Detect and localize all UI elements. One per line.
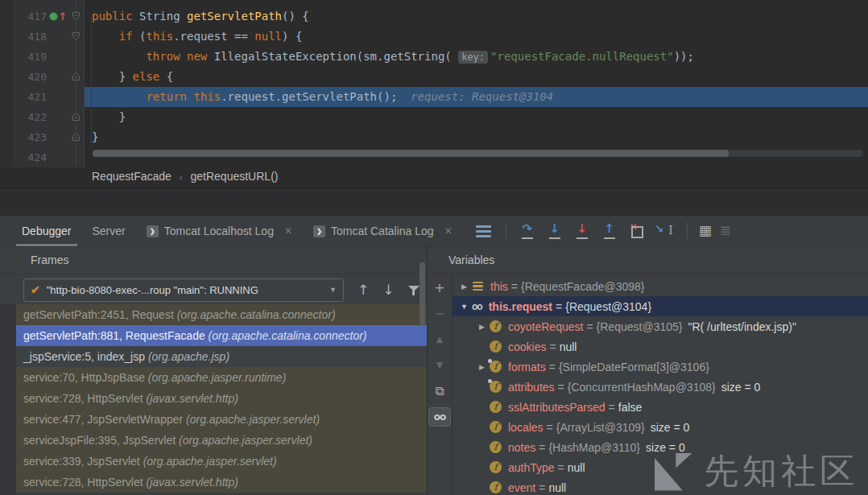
force-step-into-icon[interactable]: ↓ bbox=[572, 221, 592, 241]
variable-extra-value: size = 0 bbox=[651, 421, 690, 434]
fold-marker-icon[interactable] bbox=[69, 6, 84, 27]
frame-location: getServletPath:2451, Request bbox=[23, 308, 177, 321]
editor-horizontal-scrollbar[interactable] bbox=[93, 150, 863, 157]
step-into-icon[interactable]: ↓ bbox=[545, 221, 564, 241]
editor-gutter: 424 bbox=[0, 147, 85, 167]
move-watch-down-icon[interactable]: ▼ bbox=[429, 356, 450, 375]
override-arrow-icon: ↑ bbox=[59, 13, 68, 21]
variable-row[interactable]: fnotes={HashMap@3110}size = 0 bbox=[453, 437, 868, 457]
step-out-icon[interactable]: ↑ bbox=[600, 221, 619, 241]
gutter-strip bbox=[0, 0, 13, 6]
arrow-glyph: ↓ bbox=[545, 221, 564, 236]
fold-marker-icon[interactable] bbox=[69, 27, 84, 47]
fold-zone[interactable] bbox=[69, 147, 84, 167]
tab-server[interactable]: Server bbox=[82, 216, 136, 246]
tab-tomcat-catalina-log[interactable]: ❯Tomcat Catalina Log✕ bbox=[303, 216, 463, 246]
hide-frames-filter-icon[interactable] bbox=[408, 285, 420, 295]
variable-row[interactable]: fcookies=null bbox=[453, 336, 868, 357]
frame-row[interactable]: serviceJspFile:395, JspServlet (org.apac… bbox=[16, 430, 427, 451]
fold-zone[interactable] bbox=[69, 47, 84, 67]
variable-row[interactable]: fevent=null bbox=[453, 477, 868, 495]
line-number[interactable]: 416 bbox=[13, 0, 47, 6]
variable-reference: {SimpleDateFormat[3]@3106} bbox=[559, 361, 709, 373]
code-text: return this.request.getServletPath(); re… bbox=[85, 87, 868, 107]
code-segment: String bbox=[139, 10, 187, 23]
arrow-glyph: ↷ bbox=[518, 221, 537, 236]
step-over-icon[interactable]: ↷ bbox=[518, 221, 537, 241]
variable-row[interactable]: fauthType=null bbox=[453, 457, 868, 477]
fold-marker-icon[interactable] bbox=[69, 67, 84, 87]
layout-settings-icon[interactable]: ≣ bbox=[720, 221, 731, 241]
expand-toggle-icon[interactable]: ▶ bbox=[475, 363, 489, 371]
thread-selector-dropdown[interactable]: ✔ "http-bio-8080-exec-...roup "main": RU… bbox=[23, 278, 344, 302]
variable-row[interactable]: ▼oothis.request={Request@3104} bbox=[453, 296, 868, 316]
add-watch-icon[interactable]: + bbox=[429, 278, 450, 298]
frames-scrollbar-thumb[interactable] bbox=[420, 262, 425, 325]
fold-marker-icon[interactable] bbox=[69, 127, 84, 147]
variable-name: coyoteRequest bbox=[508, 320, 583, 333]
show-watches-icon[interactable]: oo bbox=[428, 407, 451, 427]
expand-toggle-icon[interactable]: ▼ bbox=[457, 303, 471, 311]
expand-toggle-icon[interactable]: ▶ bbox=[475, 323, 489, 331]
move-watch-up-icon[interactable]: ▲ bbox=[429, 330, 450, 349]
line-number[interactable]: 417 bbox=[13, 6, 47, 27]
variable-row[interactable]: flocales={ArrayList@3109}size = 0 bbox=[453, 417, 868, 437]
frame-row[interactable]: service:728, HttpServlet (javax.servlet.… bbox=[16, 388, 427, 409]
breadcrumb-class[interactable]: RequestFacade bbox=[92, 170, 172, 183]
line-number[interactable]: 422 bbox=[13, 107, 47, 127]
variable-row[interactable]: ▶fcoyoteRequest={Request@3105}"R( /urlte… bbox=[453, 316, 868, 336]
line-number[interactable]: 424 bbox=[13, 147, 47, 167]
line-number[interactable]: 418 bbox=[13, 27, 47, 47]
gutter-marker-zone bbox=[47, 0, 69, 6]
frame-row[interactable]: service:70, HttpJspBase (org.apache.jasp… bbox=[16, 367, 427, 388]
override-marker-icon[interactable] bbox=[49, 12, 58, 21]
remove-watch-icon[interactable]: − bbox=[429, 304, 450, 324]
code-editor[interactable]: 416417↑public String getServletPath() {4… bbox=[0, 0, 868, 188]
tab-tomcat-localhost-log[interactable]: ❯Tomcat Localhost Log✕ bbox=[136, 216, 303, 246]
base-line bbox=[604, 237, 615, 239]
gutter-marker-zone bbox=[47, 147, 69, 167]
close-icon[interactable]: ✕ bbox=[284, 225, 292, 237]
variable-row[interactable]: fattributes={ConcurrentHashMap@3108}size… bbox=[453, 377, 868, 397]
variable-row[interactable]: fsslAttributesParsed=false bbox=[453, 397, 868, 417]
code-segment: this bbox=[193, 90, 221, 103]
editor-horizontal-scrollbar-thumb[interactable] bbox=[93, 150, 729, 157]
run-to-cursor-icon[interactable]: ↘I bbox=[655, 221, 676, 241]
field-icon: f bbox=[490, 381, 502, 393]
frame-row[interactable]: service:339, JspServlet (org.apache.jasp… bbox=[16, 451, 427, 472]
frame-up-icon[interactable]: ↑ bbox=[358, 282, 369, 298]
frame-down-icon[interactable]: ↓ bbox=[382, 282, 394, 298]
evaluate-expression-icon[interactable]: ▦ bbox=[699, 221, 712, 241]
frame-row[interactable]: getServletPath:881, RequestFacade (org.a… bbox=[16, 325, 427, 346]
breadcrumb-member[interactable]: getRequestURL() bbox=[191, 170, 279, 183]
field-icon: f bbox=[490, 361, 502, 373]
line-number[interactable]: 421 bbox=[13, 87, 47, 107]
variable-name: this.request bbox=[489, 300, 552, 313]
line-number[interactable]: 420 bbox=[13, 67, 47, 87]
frame-location: service:339, JspServlet bbox=[23, 455, 143, 468]
variable-reference: {Request@3104} bbox=[565, 300, 651, 313]
gutter-marker-zone bbox=[47, 47, 69, 67]
frame-row[interactable]: getServletPath:2451, Request (org.apache… bbox=[16, 304, 427, 325]
variable-row[interactable]: ▶this={RequestFacade@3098} bbox=[453, 276, 868, 296]
fold-marker-icon[interactable] bbox=[69, 107, 84, 127]
close-icon[interactable]: ✕ bbox=[444, 225, 453, 237]
drop-frame-icon[interactable]: ✕ bbox=[627, 221, 647, 241]
debug-toolbar: ↷↓↓↑✕↘I▦≣ bbox=[473, 221, 731, 241]
duplicate-watch-icon[interactable]: ⧉ bbox=[429, 382, 450, 401]
code-segment: request: Request@3104 bbox=[397, 90, 553, 103]
line-number[interactable]: 419 bbox=[13, 47, 47, 67]
threads-view-icon[interactable] bbox=[473, 225, 494, 237]
expand-toggle-icon[interactable]: ▶ bbox=[457, 283, 471, 291]
code-segment: getServletPath bbox=[187, 10, 282, 23]
line-number[interactable]: 423 bbox=[13, 127, 47, 147]
frame-row[interactable]: service:728, HttpServlet (javax.servlet.… bbox=[16, 472, 427, 493]
frame-row[interactable]: service:477, JspServletWrapper (org.apac… bbox=[16, 409, 427, 430]
frame-row[interactable]: _jspService:5, index_jsp (org.apache.jsp… bbox=[16, 346, 427, 367]
equals-sign: = bbox=[546, 340, 559, 353]
fold-zone[interactable] bbox=[69, 0, 84, 6]
variable-row[interactable]: ▶fformats={SimpleDateFormat[3]@3106} bbox=[453, 357, 868, 377]
variable-value: false bbox=[618, 401, 643, 414]
tab-debugger[interactable]: Debugger bbox=[11, 216, 82, 246]
fold-zone[interactable] bbox=[69, 87, 84, 107]
